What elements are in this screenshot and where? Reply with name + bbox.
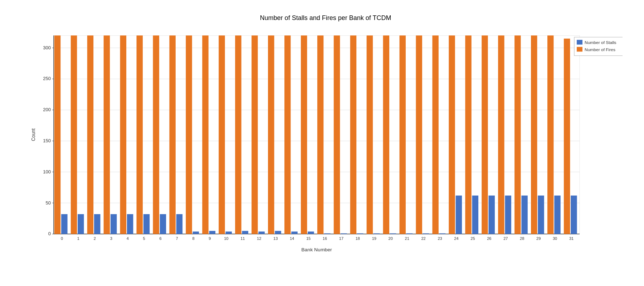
svg-rect-85 xyxy=(374,233,380,234)
svg-rect-70 xyxy=(291,232,297,234)
svg-rect-76 xyxy=(324,233,330,234)
svg-text:7: 7 xyxy=(176,237,178,241)
svg-rect-30 xyxy=(71,35,77,234)
svg-text:4: 4 xyxy=(127,237,129,241)
svg-rect-42 xyxy=(137,35,143,234)
svg-rect-54 xyxy=(202,35,208,234)
svg-rect-78 xyxy=(334,35,340,234)
svg-text:30: 30 xyxy=(553,237,557,241)
svg-rect-106 xyxy=(489,196,495,234)
svg-rect-55 xyxy=(209,231,215,234)
svg-text:Number of Fires: Number of Fires xyxy=(585,47,615,52)
svg-text:9: 9 xyxy=(209,237,211,241)
svg-rect-49 xyxy=(176,214,182,234)
svg-text:12: 12 xyxy=(257,237,261,241)
svg-text:2: 2 xyxy=(94,237,96,241)
svg-rect-63 xyxy=(252,35,258,234)
svg-rect-40 xyxy=(127,214,133,234)
svg-text:8: 8 xyxy=(192,237,194,241)
svg-rect-60 xyxy=(235,35,241,234)
svg-rect-87 xyxy=(383,35,389,234)
svg-rect-48 xyxy=(169,35,175,234)
svg-text:19: 19 xyxy=(372,237,376,241)
svg-rect-39 xyxy=(120,35,126,234)
svg-rect-45 xyxy=(153,35,159,234)
svg-text:5: 5 xyxy=(143,237,145,241)
svg-rect-69 xyxy=(284,35,291,234)
svg-text:23: 23 xyxy=(438,237,442,241)
chart-area: 050100150200250300CountBank Number012345… xyxy=(29,25,623,254)
svg-rect-112 xyxy=(521,196,527,234)
svg-text:6: 6 xyxy=(160,237,162,241)
svg-rect-52 xyxy=(193,232,199,234)
svg-text:3: 3 xyxy=(110,237,112,241)
svg-rect-103 xyxy=(472,196,478,234)
svg-rect-97 xyxy=(439,233,445,234)
svg-text:22: 22 xyxy=(421,237,425,241)
svg-text:0: 0 xyxy=(48,232,51,237)
svg-rect-81 xyxy=(350,35,356,234)
svg-rect-124 xyxy=(577,40,582,44)
svg-rect-33 xyxy=(87,35,93,234)
svg-text:26: 26 xyxy=(487,237,491,241)
svg-rect-37 xyxy=(111,214,117,234)
svg-rect-88 xyxy=(390,233,396,234)
svg-rect-34 xyxy=(94,214,100,234)
svg-rect-82 xyxy=(357,233,363,234)
svg-rect-117 xyxy=(547,35,553,234)
svg-text:29: 29 xyxy=(536,237,541,241)
svg-rect-73 xyxy=(308,232,314,234)
bar-chart: 050100150200250300CountBank Number012345… xyxy=(29,25,623,254)
svg-rect-114 xyxy=(531,35,537,234)
svg-rect-111 xyxy=(514,35,521,234)
svg-rect-118 xyxy=(554,196,560,234)
svg-rect-109 xyxy=(505,196,511,234)
svg-rect-75 xyxy=(317,35,323,234)
svg-text:20: 20 xyxy=(389,237,393,241)
svg-rect-102 xyxy=(465,35,471,234)
svg-text:250: 250 xyxy=(43,77,51,82)
svg-text:28: 28 xyxy=(520,237,524,241)
svg-rect-115 xyxy=(538,196,544,234)
svg-text:13: 13 xyxy=(273,237,278,241)
svg-text:150: 150 xyxy=(43,138,51,143)
svg-text:0: 0 xyxy=(61,237,63,241)
svg-rect-72 xyxy=(301,35,307,234)
svg-rect-43 xyxy=(143,214,150,234)
svg-rect-99 xyxy=(449,35,455,234)
svg-rect-90 xyxy=(400,35,406,234)
svg-text:Number of Stalls: Number of Stalls xyxy=(585,40,616,45)
svg-rect-126 xyxy=(577,47,582,51)
svg-text:Bank Number: Bank Number xyxy=(301,247,332,253)
svg-rect-91 xyxy=(406,233,413,234)
svg-rect-31 xyxy=(78,214,84,234)
svg-text:10: 10 xyxy=(224,237,228,241)
svg-text:25: 25 xyxy=(470,237,475,241)
chart-container: Number of Stalls and Fires per Bank of T… xyxy=(0,0,644,286)
svg-rect-120 xyxy=(564,39,570,234)
svg-text:21: 21 xyxy=(405,237,409,241)
svg-rect-36 xyxy=(104,35,110,234)
svg-text:11: 11 xyxy=(240,237,245,241)
svg-rect-79 xyxy=(341,233,347,234)
svg-text:18: 18 xyxy=(356,237,360,241)
svg-rect-93 xyxy=(416,35,422,234)
svg-text:200: 200 xyxy=(43,108,51,113)
svg-text:24: 24 xyxy=(454,237,458,241)
svg-rect-57 xyxy=(219,35,225,234)
svg-rect-121 xyxy=(571,196,577,234)
svg-text:31: 31 xyxy=(569,237,574,241)
svg-rect-67 xyxy=(275,231,281,234)
svg-text:300: 300 xyxy=(43,45,51,50)
svg-rect-100 xyxy=(456,196,462,234)
svg-text:50: 50 xyxy=(46,201,51,206)
svg-rect-61 xyxy=(242,231,248,234)
svg-rect-27 xyxy=(54,35,60,234)
svg-text:Count: Count xyxy=(31,128,36,141)
svg-rect-51 xyxy=(186,35,192,234)
svg-rect-64 xyxy=(258,232,264,234)
svg-text:27: 27 xyxy=(503,237,508,241)
svg-rect-108 xyxy=(498,35,504,234)
svg-rect-66 xyxy=(268,35,274,234)
svg-rect-28 xyxy=(61,214,67,234)
